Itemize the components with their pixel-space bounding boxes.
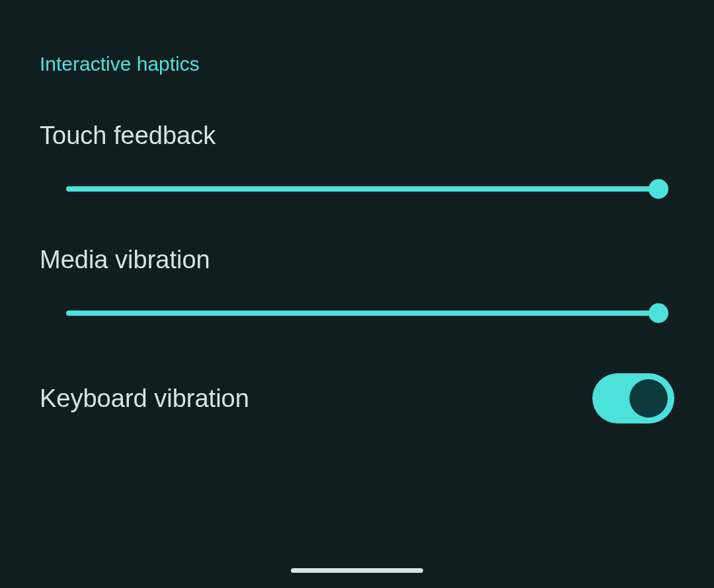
media-vibration-label: Media vibration — [40, 246, 674, 274]
section-header: Interactive haptics — [40, 53, 674, 75]
touch-feedback-setting: Touch feedback — [40, 122, 674, 206]
touch-feedback-slider[interactable] — [40, 186, 674, 206]
keyboard-vibration-setting: Keyboard vibration — [40, 373, 674, 423]
keyboard-vibration-label: Keyboard vibration — [40, 385, 249, 413]
media-vibration-setting: Media vibration — [40, 246, 674, 330]
slider-track — [66, 311, 661, 316]
touch-feedback-label: Touch feedback — [40, 122, 674, 150]
toggle-knob — [629, 379, 668, 418]
slider-thumb[interactable] — [649, 179, 668, 199]
keyboard-vibration-toggle[interactable] — [592, 373, 674, 423]
slider-track — [66, 186, 661, 192]
settings-container: Interactive haptics Touch feedback Media… — [0, 0, 714, 423]
media-vibration-slider[interactable] — [40, 311, 674, 330]
slider-thumb[interactable] — [649, 303, 668, 323]
home-indicator[interactable] — [291, 568, 423, 573]
